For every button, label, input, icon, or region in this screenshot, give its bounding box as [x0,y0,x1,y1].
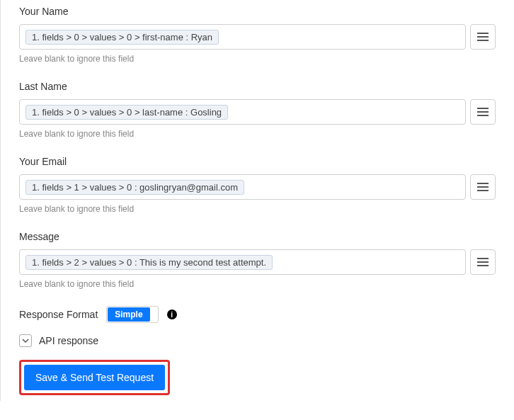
mapping-input[interactable]: 1. fields > 2 > values > 0 : This is my … [19,249,466,275]
field-label: Your Name [19,6,496,17]
options-button[interactable] [470,174,496,200]
response-format-toggle[interactable]: Simple [106,306,158,323]
mapping-input[interactable]: 1. fields > 1 > values > 0 : goslingryan… [19,174,466,200]
mapping-pill[interactable]: 1. fields > 0 > values > 0 > first-name … [25,30,219,45]
api-response-label: API response [39,335,98,346]
options-button[interactable] [470,24,496,50]
options-button[interactable] [470,249,496,275]
field-last-name: Last Name 1. fields > 0 > values > 0 > l… [19,81,496,139]
input-row: 1. fields > 0 > values > 0 > first-name … [19,24,496,50]
mapping-input[interactable]: 1. fields > 0 > values > 0 > last-name :… [19,99,466,125]
helper-text: Leave blank to ignore this field [19,129,496,139]
field-label: Your Email [19,156,496,167]
hamburger-icon [477,108,489,109]
save-send-test-button[interactable]: Save & Send Test Request [24,365,165,390]
hamburger-icon [477,183,489,184]
field-label: Last Name [19,81,496,92]
toggle-active-label: Simple [108,307,149,322]
mapping-pill[interactable]: 1. fields > 2 > values > 0 : This is my … [25,255,273,270]
field-your-email: Your Email 1. fields > 1 > values > 0 : … [19,156,496,214]
helper-text: Leave blank to ignore this field [19,204,496,214]
chevron-down-icon [22,337,29,344]
hamburger-icon [477,258,489,259]
input-row: 1. fields > 1 > values > 0 : goslingryan… [19,174,496,200]
mapping-input[interactable]: 1. fields > 0 > values > 0 > first-name … [19,24,466,50]
input-row: 1. fields > 2 > values > 0 : This is my … [19,249,496,275]
highlighted-button-frame: Save & Send Test Request [19,360,170,395]
toggle-knob [150,308,157,321]
options-button[interactable] [470,99,496,125]
expand-toggle[interactable] [19,334,32,347]
info-icon[interactable]: i [167,310,177,319]
mapping-pill[interactable]: 1. fields > 1 > values > 0 : goslingryan… [25,180,244,195]
field-label: Message [19,231,496,242]
input-row: 1. fields > 0 > values > 0 > last-name :… [19,99,496,125]
helper-text: Leave blank to ignore this field [19,54,496,64]
api-response-row: API response [19,334,496,347]
hamburger-icon [477,33,489,34]
field-message: Message 1. fields > 2 > values > 0 : Thi… [19,231,496,289]
field-your-name: Your Name 1. fields > 0 > values > 0 > f… [19,6,496,64]
helper-text: Leave blank to ignore this field [19,279,496,289]
mapping-pill[interactable]: 1. fields > 0 > values > 0 > last-name :… [25,105,228,120]
response-format-label: Response Format [19,309,98,320]
response-format-row: Response Format Simple i [19,306,496,323]
